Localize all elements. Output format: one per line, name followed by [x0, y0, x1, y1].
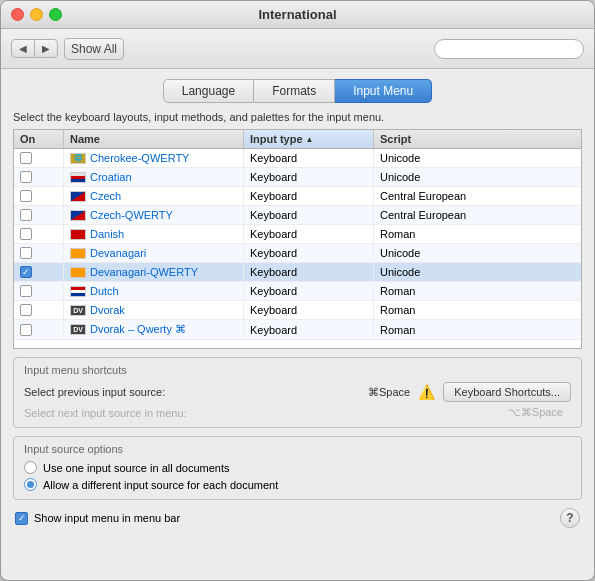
traffic-lights — [11, 8, 62, 21]
show-menu-row[interactable]: ✓ Show input menu in menu bar — [15, 512, 180, 525]
close-button[interactable] — [11, 8, 24, 21]
cell-script: Central European — [374, 206, 581, 224]
show-all-button[interactable]: Show All — [64, 38, 124, 60]
cell-name: Croatian — [64, 168, 244, 186]
cell-type: Keyboard — [244, 263, 374, 281]
maximize-button[interactable] — [49, 8, 62, 21]
option1-label: Use one input source in all documents — [43, 462, 230, 474]
cell-on[interactable] — [14, 206, 64, 224]
cell-name: 🌐 Cherokee-QWERTY — [64, 149, 244, 167]
cell-script: Roman — [374, 301, 581, 319]
table-row: Czech Keyboard Central European — [14, 187, 581, 206]
prev-shortcut-label: Select previous input source: — [24, 386, 368, 398]
cell-script: Unicode — [374, 263, 581, 281]
row-checkbox-5[interactable] — [20, 247, 32, 259]
help-button[interactable]: ? — [560, 508, 580, 528]
option2-radio[interactable] — [24, 478, 37, 491]
col-on[interactable]: On — [14, 130, 64, 148]
tab-formats[interactable]: Formats — [254, 79, 335, 103]
shortcuts-section: Input menu shortcuts Select previous inp… — [13, 357, 582, 428]
col-input-type[interactable]: Input type ▲ — [244, 130, 374, 148]
next-shortcut-label: Select next input source in menu: — [24, 407, 508, 419]
cell-on[interactable] — [14, 282, 64, 300]
prev-shortcut-key: ⌘Space — [368, 386, 410, 399]
next-shortcut-row: Select next input source in menu: ⌥⌘Spac… — [24, 404, 571, 421]
option1-row[interactable]: Use one input source in all documents — [24, 459, 571, 476]
cell-script: Unicode — [374, 244, 581, 262]
back-button[interactable]: ◀ — [12, 40, 35, 57]
cell-on[interactable] — [14, 225, 64, 243]
forward-button[interactable]: ▶ — [35, 40, 57, 57]
cell-script: Roman — [374, 320, 581, 339]
cell-type: Keyboard — [244, 244, 374, 262]
keyboard-shortcuts-button[interactable]: Keyboard Shortcuts... — [443, 382, 571, 402]
flag-icon: DV — [70, 305, 86, 316]
cell-on[interactable] — [14, 149, 64, 167]
cell-on[interactable] — [14, 168, 64, 186]
row-checkbox-4[interactable] — [20, 228, 32, 240]
table-row: ✓ Devanagari-QWERTY Keyboard Unicode — [14, 263, 581, 282]
keyboard-name[interactable]: Devanagari-QWERTY — [90, 266, 198, 278]
option2-row[interactable]: Allow a different input source for each … — [24, 476, 571, 493]
prev-shortcut-row: Select previous input source: ⌘Space ⚠️ … — [24, 380, 571, 404]
flag-icon: 🌐 — [70, 153, 86, 164]
flag-icon — [70, 267, 86, 278]
table-row: Czech-QWERTY Keyboard Central European — [14, 206, 581, 225]
nav-arrows[interactable]: ◀ ▶ — [11, 39, 58, 58]
keyboard-name[interactable]: Danish — [90, 228, 124, 240]
cell-script: Roman — [374, 225, 581, 243]
cell-on[interactable]: ✓ — [14, 263, 64, 281]
source-options-section: Input source options Use one input sourc… — [13, 436, 582, 500]
cell-name: DV Dvorak – Qwerty ⌘ — [64, 320, 244, 339]
toolbar: ◀ ▶ Show All 🔍 — [1, 29, 594, 69]
keyboard-name[interactable]: Cherokee-QWERTY — [90, 152, 189, 164]
flag-icon — [70, 172, 86, 183]
table-row: Croatian Keyboard Unicode — [14, 168, 581, 187]
show-menu-checkbox[interactable]: ✓ — [15, 512, 28, 525]
keyboard-name[interactable]: Dvorak – Qwerty ⌘ — [90, 323, 186, 336]
cell-on[interactable] — [14, 244, 64, 262]
keyboard-name[interactable]: Dvorak — [90, 304, 125, 316]
search-input[interactable] — [434, 39, 584, 59]
row-checkbox-2[interactable] — [20, 190, 32, 202]
tab-bar: Language Formats Input Menu — [13, 79, 582, 103]
tab-language[interactable]: Language — [163, 79, 254, 103]
tab-input-menu[interactable]: Input Menu — [335, 79, 432, 103]
cell-on[interactable] — [14, 320, 64, 339]
window-title: International — [258, 7, 336, 22]
keyboard-name[interactable]: Devanagari — [90, 247, 146, 259]
cell-on[interactable] — [14, 301, 64, 319]
row-checkbox-6[interactable]: ✓ — [20, 266, 32, 278]
cell-on[interactable] — [14, 187, 64, 205]
row-checkbox-7[interactable] — [20, 285, 32, 297]
cell-type: Keyboard — [244, 206, 374, 224]
search-wrapper: 🔍 — [434, 39, 584, 59]
flag-icon — [70, 248, 86, 259]
flag-icon: DV — [70, 324, 86, 335]
col-script[interactable]: Script — [374, 130, 581, 148]
keyboard-name[interactable]: Czech — [90, 190, 121, 202]
row-checkbox-1[interactable] — [20, 171, 32, 183]
row-checkbox-0[interactable] — [20, 152, 32, 164]
minimize-button[interactable] — [30, 8, 43, 21]
cell-type: Keyboard — [244, 149, 374, 167]
cell-name: Danish — [64, 225, 244, 243]
cell-script: Central European — [374, 187, 581, 205]
cell-type: Keyboard — [244, 282, 374, 300]
next-shortcut-key: ⌥⌘Space — [508, 406, 563, 419]
keyboard-name[interactable]: Dutch — [90, 285, 119, 297]
keyboard-table: On Name Input type ▲ Script 🌐 Cherokee-Q… — [13, 129, 582, 349]
cell-type: Keyboard — [244, 320, 374, 339]
flag-icon — [70, 210, 86, 221]
table-body[interactable]: 🌐 Cherokee-QWERTY Keyboard Unicode Croat… — [14, 149, 581, 348]
cell-name: DV Dvorak — [64, 301, 244, 319]
keyboard-name[interactable]: Croatian — [90, 171, 132, 183]
options-section-label: Input source options — [24, 443, 571, 455]
row-checkbox-3[interactable] — [20, 209, 32, 221]
row-checkbox-8[interactable] — [20, 304, 32, 316]
option1-radio[interactable] — [24, 461, 37, 474]
row-checkbox-9[interactable] — [20, 324, 32, 336]
keyboard-name[interactable]: Czech-QWERTY — [90, 209, 173, 221]
flag-icon — [70, 191, 86, 202]
col-name[interactable]: Name — [64, 130, 244, 148]
